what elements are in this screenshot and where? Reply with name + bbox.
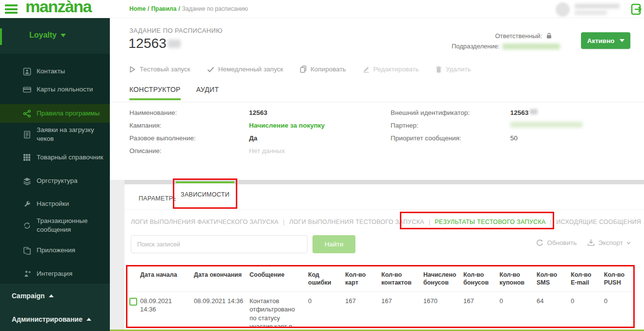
tab-constructor[interactable]: КОНСТРУКТОР: [129, 86, 181, 100]
column-header: Начислено бонусов: [423, 271, 463, 291]
main-tab-bar: КОНСТРУКТОР АУДИТ: [129, 86, 219, 100]
action-toolbar: Тестовый запуск Немедленный запуск Копир…: [129, 66, 471, 73]
divider: [125, 209, 644, 210]
field-label: Наименование:: [129, 109, 249, 116]
trash-icon: [436, 66, 442, 73]
redacted-external-id-suffix: [530, 109, 538, 114]
sidebar-item-contacts[interactable]: Контакты: [0, 65, 110, 78]
division-row: Подразделение:: [452, 43, 560, 50]
breadcrumb-home-link[interactable]: Home: [129, 5, 145, 12]
sidebar-section-administration[interactable]: Администрирование: [12, 315, 91, 323]
user-menu[interactable]: [556, 1, 624, 17]
divider: [110, 102, 644, 102]
row-checkbox[interactable]: [129, 298, 137, 306]
field-value-priority: 50: [510, 134, 518, 142]
redacted-partner-value: [510, 122, 582, 128]
chevron-down-icon: [61, 34, 66, 37]
cell-bonuses-count: 167: [463, 297, 499, 329]
edit-button[interactable]: Редактировать: [363, 66, 419, 73]
find-button[interactable]: Найти: [312, 235, 355, 253]
table-header-row: Дата начала Дата окончания Сообщение Код…: [127, 266, 633, 291]
field-value-name: 12563: [249, 109, 268, 116]
breadcrumb-current: Задание по расписанию: [182, 5, 248, 12]
chevron-down-icon: [626, 242, 631, 244]
division-label: Подразделение:: [452, 43, 499, 50]
column-header: Кол-во купонов: [499, 271, 537, 291]
refresh-button[interactable]: Обновить: [536, 239, 577, 246]
sidebar-section-campaign[interactable]: Campaign: [12, 292, 54, 300]
cell-cards-count: 167: [345, 297, 381, 329]
app-logo[interactable]: manzàna: [25, 0, 91, 16]
field-label: Приоритет сообщения:: [391, 134, 510, 142]
sidebar-item-org-structure[interactable]: Оргструктура: [0, 175, 110, 187]
delete-button[interactable]: Удалить: [436, 66, 471, 73]
field-value-campaign-link[interactable]: Начисление за покупку: [249, 122, 325, 129]
top-bar: manzàna Home/Правила/Задание по расписан…: [0, 0, 644, 18]
breadcrumb-rules-link[interactable]: Правила: [151, 5, 177, 12]
share-icon: [23, 109, 32, 118]
column-header: Кол-во E-mail: [571, 271, 604, 291]
sidebar-item-loyalty-cards[interactable]: Карты лояльности: [0, 83, 110, 96]
field-label: Описание:: [129, 147, 249, 154]
wrench-icon: [23, 199, 32, 208]
sidebar-item-receipt-requests[interactable]: Заявки на загрузку чеков: [0, 125, 110, 144]
pages-icon: [23, 246, 32, 255]
active-group-indicator: [0, 28, 2, 45]
chevron-down-icon: [620, 39, 624, 42]
field-label: Партнер:: [391, 122, 510, 129]
breadcrumb-separator: /: [145, 5, 151, 12]
pencil-icon: [363, 66, 370, 73]
cell-start-date: 08.09.2021 14:36: [140, 297, 194, 329]
test-run-button[interactable]: Тестовый запуск: [129, 66, 190, 73]
sidebar-group-label: Loyalty: [29, 31, 57, 40]
sidebar-item-settings[interactable]: Настройки: [0, 198, 110, 210]
lock-icon: [546, 33, 552, 39]
redacted-title-suffix: [168, 40, 181, 48]
column-header: Кол-во PUSH: [604, 271, 633, 291]
field-value-external-id: 12563: [510, 109, 529, 116]
card-icon: [23, 85, 32, 94]
refresh-icon: [536, 239, 543, 246]
column-header: Кол-во контактов: [381, 271, 423, 291]
search-row: Найти Обновить Экспорт: [131, 235, 639, 254]
column-header: Дата начала: [140, 271, 194, 291]
logout-icon[interactable]: [631, 3, 643, 15]
redacted-division-value: [502, 44, 560, 49]
sidebar-item-transactional-messages[interactable]: Транзакционные сообщения: [0, 216, 110, 235]
sidebar-item-applications[interactable]: Приложения: [0, 244, 110, 257]
subtab-outgoing-messages[interactable]: ИСХОДЯЩИЕ СООБЩЕНИЯ: [556, 219, 641, 225]
sidebar-item-integration[interactable]: Интеграция: [0, 267, 110, 280]
cell-bonuses-accrued: 1670: [423, 297, 463, 329]
sidebar-item-program-rules[interactable]: Правила программы: [0, 104, 110, 123]
check-icon: [207, 66, 214, 72]
column-header: Кол-во бонусов: [463, 271, 499, 291]
responsible-row: Ответственный:: [488, 32, 552, 40]
breadcrumb-separator: /: [176, 5, 182, 12]
column-header: Сообщение: [249, 271, 308, 291]
copy-button[interactable]: Копировать: [300, 66, 346, 73]
hamburger-menu-icon[interactable]: [5, 4, 18, 14]
redacted-user-name: [575, 4, 620, 15]
cell-end-date: 08.09.2021 14:36: [194, 297, 249, 329]
export-button[interactable]: Экспорт: [587, 239, 631, 246]
subtab-separator: |: [279, 219, 290, 225]
copy-icon: [300, 66, 307, 73]
sidebar-sections: Campaign Администрирование: [0, 284, 110, 331]
cell-message: Контактов отфильтровано по статусу участ…: [249, 297, 308, 329]
sidebar-item-product-catalog[interactable]: Товарный справочник: [0, 151, 110, 164]
avatar: [556, 2, 570, 17]
page-kicker: ЗАДАНИЕ ПО РАСПИСАНИЮ: [129, 27, 223, 34]
status-button[interactable]: Активно: [581, 32, 630, 49]
field-value-description: Нет данных: [249, 147, 285, 154]
details-grid: Наименование:12563 Внешний идентификатор…: [129, 109, 637, 160]
grid-icon: [23, 153, 32, 162]
column-header: Код ошибки: [308, 271, 345, 291]
table-row[interactable]: 08.09.2021 14:36 08.09.2021 14:36 Контак…: [127, 292, 633, 329]
sidebar-group-loyalty[interactable]: Loyalty: [0, 18, 110, 54]
tab-audit[interactable]: АУДИТ: [196, 86, 219, 100]
tab-dependencies[interactable]: ЗАВИСИМОСТИ: [176, 181, 234, 206]
dependencies-panel: ПАРАМЕТРЫ ЗАВИСИМОСТИ ЛОГИ ВЫПОЛНЕНИЯ ФА…: [125, 184, 644, 330]
immediate-run-button[interactable]: Немедленный запуск: [207, 66, 283, 73]
search-input[interactable]: [131, 235, 308, 253]
subtab-actual-run-logs[interactable]: ЛОГИ ВЫПОЛНЕНИЯ ФАКТИЧЕСКОГО ЗАПУСКА: [131, 219, 279, 225]
